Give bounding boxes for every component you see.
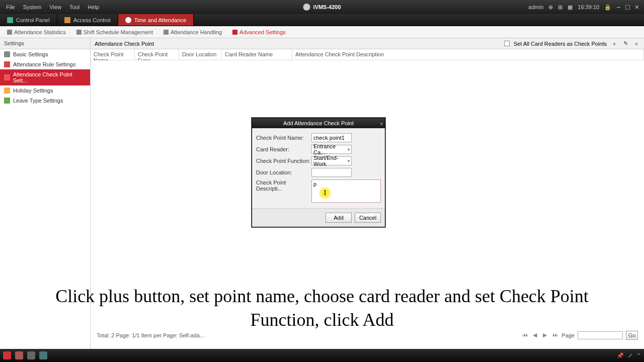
add-checkpoint-dialog: Add Attendance Check Point × Check Point… [252,118,385,227]
page-input[interactable] [578,331,623,339]
leave-icon [4,98,10,104]
close-button[interactable]: × [634,3,640,11]
dialog-footer: Add Cancel [252,208,385,227]
tab-label: Control Panel [16,17,50,23]
sidebar-item-label: Basic Settings [13,51,48,57]
menu-file[interactable]: File [2,2,19,12]
subtab-advanced-settings[interactable]: Advanced Settings [227,26,291,38]
menu-tool[interactable]: Tool [65,2,84,12]
grid-icon [7,17,13,23]
taskbar-icon-4[interactable] [39,351,47,359]
description-textarea[interactable]: p I [311,179,381,203]
select-value: Entrance Ca... [313,143,348,155]
delete-button[interactable]: × [633,40,640,47]
last-page-button[interactable]: ⏭ [551,332,558,339]
checkpoint-name-input[interactable] [311,133,352,142]
sidebar-item-label: Attendance Rule Settings [13,61,75,67]
add-confirm-button[interactable]: Add [326,213,352,223]
menu-help[interactable]: Help [84,2,103,12]
taskbar-icon-3[interactable] [27,351,35,359]
instruction-overlay: Click plus button, set point name, choos… [20,285,624,332]
menu-system[interactable]: System [19,2,46,12]
sidebar-item-checkpoint[interactable]: Attendance Check Point Sett... [0,69,90,85]
reader-label: Card Reader: [256,146,311,152]
subtab-label: Attendance Handling [171,29,222,35]
taskbar-icon-2[interactable] [15,351,23,359]
rule-icon [4,61,10,67]
sidebar-item-leave[interactable]: Leave Type Settings [0,96,90,106]
minimize-button[interactable]: − [615,3,621,11]
set-all-checkbox[interactable] [504,41,510,46]
subtab-shift-schedule[interactable]: Shift Schedule Management [71,26,158,38]
dialog-close-button[interactable]: × [380,119,383,129]
sidebar-item-rule[interactable]: Attendance Rule Settings [0,59,90,69]
chevron-down-icon: ▾ [348,159,350,163]
door-label: Door Location: [256,169,311,175]
first-page-button[interactable]: ⏮ [521,332,528,339]
expand-icon[interactable]: ⤢ [628,352,632,359]
tab-time-attendance[interactable]: Time and Attendance [118,14,194,26]
subtab-attendance-statistics[interactable]: Attendance Statistics [2,26,71,38]
go-button[interactable]: Go [626,331,638,340]
col-reader[interactable]: Card Reader Name [222,49,292,60]
table-header: Check Point Name Check Point Func... Doo… [91,49,644,60]
text-cursor-icon: I [324,189,327,197]
col-func[interactable]: Check Point Func... [135,49,179,60]
pin-icon[interactable]: 📌 [617,352,624,359]
sub-tabs: Attendance Statistics Shift Schedule Man… [0,26,644,38]
collapse-icon[interactable]: ⌃ [636,352,641,359]
lock-icon[interactable]: 🔒 [603,4,612,11]
screen-icon[interactable]: ▦ [567,4,574,11]
sidebar-item-holiday[interactable]: Holiday Settings [0,85,90,96]
app-title: iVMS-4200 [303,4,341,11]
menubar: File System View Tool Help iVMS-4200 adm… [0,0,644,14]
settings-icon [232,30,237,35]
tab-control-panel[interactable]: Control Panel [0,14,57,26]
col-desc[interactable]: Attendance Check Point Description [292,49,644,60]
name-label: Check Point Name: [256,135,311,141]
status-text: Total: 2 Page: 1/1 Item per Page: Self-a… [97,332,517,338]
add-button[interactable]: + [611,40,618,47]
checkpoint-icon [4,74,10,80]
sidebar-item-label: Attendance Check Point Sett... [13,71,86,83]
set-all-label: Set All Card Readers as Check Points [514,41,607,47]
tab-label: Time and Attendance [134,17,187,23]
col-door[interactable]: Door Location [179,49,222,60]
dialog-title: Add Attendance Check Point × [252,118,385,128]
cursor-highlight: I [319,187,331,199]
next-page-button[interactable]: ▶ [541,332,548,339]
checkpoint-function-select[interactable]: Start/End-Work▾ [311,156,352,165]
subtab-attendance-handling[interactable]: Attendance Handling [158,26,227,38]
subtab-label: Shift Schedule Management [84,29,153,35]
handling-icon [164,30,169,35]
desc-label: Check Point Descripti... [256,179,311,192]
menu-view[interactable]: View [45,2,65,12]
card-reader-select[interactable]: Entrance Ca...▾ [311,145,352,154]
edit-button[interactable]: ✎ [622,40,629,47]
app-icon [303,4,310,11]
grid-icon[interactable]: ⊞ [557,4,564,11]
schedule-icon [76,30,82,35]
time-label: 16:39:10 [577,4,600,10]
titlebar-right: admin ⊕ ⊞ ▦ 16:39:10 🔒 − □ × [527,3,642,11]
sidebar-header: Settings [0,38,90,49]
sidebar-item-label: Holiday Settings [13,87,53,94]
textarea-value: p [313,181,316,187]
subtab-label: Advanced Settings [239,29,286,35]
select-value: Start/End-Work [313,155,348,167]
maximize-button[interactable]: □ [624,3,630,11]
clock-icon [125,17,131,23]
taskbar-icon-1[interactable] [3,351,11,359]
sidebar-item-basic[interactable]: Basic Settings [0,49,90,59]
pager: ⏮ ◀ ▶ ⏭ Page Go [521,331,638,340]
dialog-body: Check Point Name: Card Reader:Entrance C… [252,128,385,208]
globe-icon[interactable]: ⊕ [547,4,554,11]
prev-page-button[interactable]: ◀ [531,332,538,339]
cancel-button[interactable]: Cancel [355,213,381,223]
tab-access-control[interactable]: Access Control [57,14,118,26]
col-name[interactable]: Check Point Name [91,49,135,60]
door-location-input[interactable] [311,168,352,177]
app-title-text: iVMS-4200 [313,4,341,10]
subtab-label: Attendance Statistics [14,29,66,35]
main-tabs: Control Panel Access Control Time and At… [0,14,644,26]
